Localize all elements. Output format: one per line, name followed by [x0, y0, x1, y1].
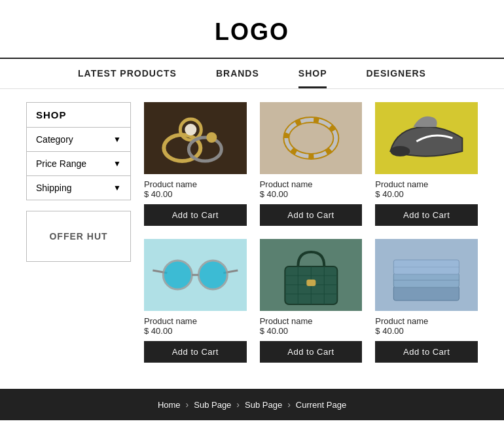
product-name-3: Product name — [375, 179, 478, 189]
breadcrumb-sub2[interactable]: Sub Page — [245, 400, 282, 410]
product-image-4 — [144, 239, 247, 311]
product-card-1: Product name $ 40.00 Add to Cart — [144, 102, 247, 226]
breadcrumb-sep-1: › — [186, 399, 189, 410]
nav-latest-products[interactable]: LATEST PRODUCTS — [78, 68, 177, 88]
breadcrumb-home[interactable]: Home — [158, 400, 181, 410]
product-image-5 — [260, 239, 363, 311]
product-price-6: $ 40.00 — [375, 326, 478, 336]
nav-brands[interactable]: BRANDS — [216, 68, 259, 88]
sidebar-shop-title: SHOP — [27, 103, 130, 127]
nav-designers[interactable]: DESIGNERS — [366, 68, 425, 88]
product-image-2 — [260, 102, 363, 174]
product-name-6: Product name — [375, 316, 478, 326]
add-to-cart-1[interactable]: Add to Cart — [144, 204, 247, 226]
breadcrumb-sub1[interactable]: Sub Page — [194, 400, 231, 410]
product-price-4: $ 40.00 — [144, 326, 247, 336]
product-image-3 — [375, 102, 478, 174]
sidebar: SHOP Category ▼ Price Range ▼ Shipping ▼… — [26, 102, 131, 363]
add-to-cart-2[interactable]: Add to Cart — [260, 204, 363, 226]
product-name-4: Product name — [144, 316, 247, 326]
product-image-1 — [144, 102, 247, 174]
product-grid: Product name $ 40.00 Add to Cart Product… — [144, 102, 478, 363]
svg-point-4 — [206, 132, 217, 143]
category-label: Category — [36, 134, 73, 145]
product-card-6: Product name $ 40.00 Add to Cart — [375, 239, 478, 363]
svg-point-11 — [198, 261, 227, 289]
product-card-4: Product name $ 40.00 Add to Cart — [144, 239, 247, 363]
svg-point-3 — [189, 137, 221, 161]
price-range-label: Price Range — [36, 158, 86, 169]
header: LOGO — [0, 0, 504, 59]
main-nav: LATEST PRODUCTS BRANDS SHOP DESIGNERS — [0, 59, 504, 89]
add-to-cart-3[interactable]: Add to Cart — [375, 204, 478, 226]
breadcrumb-sep-3: › — [287, 399, 291, 410]
product-price-3: $ 40.00 — [375, 189, 478, 199]
add-to-cart-5[interactable]: Add to Cart — [260, 341, 363, 363]
product-card-2: Product name $ 40.00 Add to Cart — [260, 102, 363, 226]
product-card-5: Product name $ 40.00 Add to Cart — [260, 239, 363, 363]
product-price-1: $ 40.00 — [144, 189, 247, 199]
nav-shop[interactable]: SHOP — [298, 68, 327, 88]
logo: LOGO — [0, 18, 504, 46]
breadcrumb-current: Current Page — [296, 400, 346, 410]
main-content: SHOP Category ▼ Price Range ▼ Shipping ▼… — [0, 89, 504, 376]
product-name-5: Product name — [260, 316, 363, 326]
add-to-cart-6[interactable]: Add to Cart — [375, 341, 478, 363]
breadcrumb-sep-2: › — [236, 399, 240, 410]
svg-rect-21 — [394, 286, 459, 300]
shipping-arrow-icon: ▼ — [113, 183, 121, 192]
product-image-6 — [375, 239, 478, 311]
product-price-2: $ 40.00 — [260, 189, 363, 199]
product-name-2: Product name — [260, 179, 363, 189]
shipping-filter[interactable]: Shipping ▼ — [27, 175, 130, 200]
svg-point-7 — [391, 146, 410, 156]
shipping-label: Shipping — [36, 183, 72, 193]
svg-point-10 — [163, 261, 192, 289]
offer-box: OFFER HUT — [26, 211, 131, 262]
price-range-filter[interactable]: Price Range ▼ — [27, 151, 130, 175]
offer-label: OFFER HUT — [49, 231, 107, 242]
sidebar-shop-box: SHOP Category ▼ Price Range ▼ Shipping ▼ — [26, 102, 131, 200]
svg-point-2 — [185, 124, 196, 136]
product-card-3: Product name $ 40.00 Add to Cart — [375, 102, 478, 226]
products-section: Product name $ 40.00 Add to Cart Product… — [144, 102, 478, 363]
product-price-5: $ 40.00 — [260, 326, 363, 336]
product-name-1: Product name — [144, 179, 247, 189]
category-arrow-icon: ▼ — [113, 135, 121, 144]
svg-rect-20 — [306, 280, 315, 286]
footer-breadcrumb: Home › Sub Page › Sub Page › Current Pag… — [0, 389, 504, 420]
add-to-cart-4[interactable]: Add to Cart — [144, 341, 247, 363]
price-range-arrow-icon: ▼ — [113, 159, 121, 168]
category-filter[interactable]: Category ▼ — [27, 127, 130, 151]
